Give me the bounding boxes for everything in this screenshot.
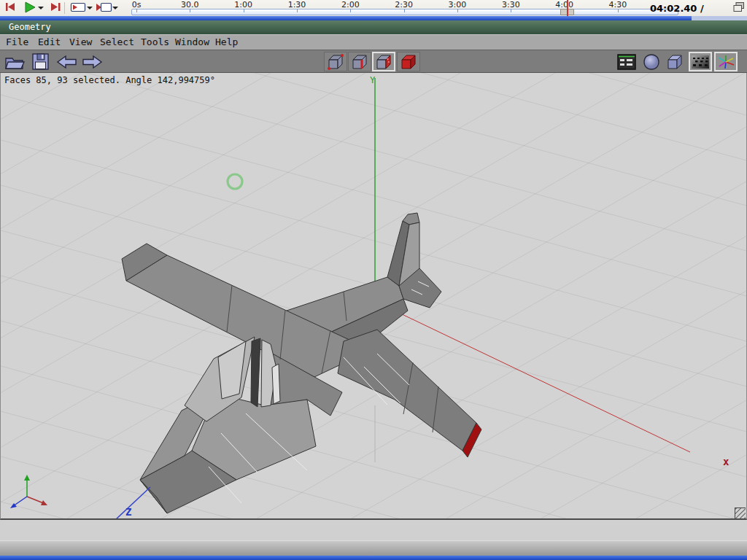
- airplane-face: [338, 330, 476, 451]
- face-mode-cube-icon: [374, 53, 393, 71]
- scene-canvas: YxZ: [1, 73, 746, 518]
- open-folder-icon: [4, 53, 26, 71]
- show-axes-toggle-button[interactable]: [714, 52, 738, 71]
- ruler-label: 4:30: [609, 0, 627, 9]
- edge-select-mode-button[interactable]: [348, 52, 371, 71]
- open-file-button[interactable]: [3, 52, 26, 71]
- play-icon: [23, 1, 36, 13]
- flat-shaded-cube-icon: [665, 53, 684, 71]
- bottom-window-edge: [0, 556, 747, 560]
- chevron-down-icon: [38, 6, 44, 10]
- set-out-point-button[interactable]: [96, 1, 113, 15]
- axes-icon: [716, 54, 735, 70]
- ground-plane-icon: [691, 54, 710, 70]
- selection-status-text: Faces 85, 93 selected. Angle 142,994759°: [4, 75, 215, 85]
- object-mode-cube-icon: [399, 53, 418, 71]
- go-to-end-button[interactable]: [50, 1, 61, 15]
- viewport-resize-handle[interactable]: [735, 508, 746, 518]
- ruler-label: 2:00: [341, 0, 360, 9]
- menu-item-select[interactable]: Select: [100, 35, 134, 50]
- arrow-left-icon: [56, 54, 78, 70]
- menu-bar: FileEditViewSelectToolsWindowHelp: [0, 34, 747, 50]
- ruler-label: 3:00: [449, 0, 467, 9]
- window-titlebar: Geometry: [0, 20, 747, 34]
- detach-window-icon[interactable]: [733, 1, 745, 13]
- clip-in-icon: [70, 1, 88, 13]
- chevron-down-icon: [87, 6, 93, 10]
- toolbar-separator: [64, 2, 65, 14]
- undo-back-button[interactable]: [55, 52, 79, 71]
- redo-forward-button[interactable]: [80, 52, 104, 71]
- arrow-right-icon: [81, 54, 103, 70]
- object-select-mode-button[interactable]: [397, 52, 420, 71]
- ruler-label: 2:30: [395, 0, 413, 9]
- timeline-track[interactable]: [131, 9, 678, 15]
- tripod-arrowhead: [24, 475, 30, 481]
- main-toolbar: [0, 50, 747, 73]
- vertex-select-mode-button[interactable]: [324, 52, 347, 71]
- go-to-start-button[interactable]: [4, 1, 16, 15]
- save-file-button[interactable]: [29, 52, 53, 71]
- menu-item-help[interactable]: Help: [215, 35, 238, 50]
- playhead-marker[interactable]: [567, 0, 568, 16]
- mouse-hints-status-bar: L: Accept M: Drag to Pan R: Cancel/resto…: [0, 540, 747, 556]
- clip-out-icon: [96, 1, 113, 13]
- axis-label-z: Z: [125, 506, 131, 518]
- timeline-bar: 0s30.01:001:302:002:303:003:304:004:30 0…: [0, 0, 747, 16]
- menu-item-file[interactable]: File: [6, 35, 28, 50]
- smooth-shading-button[interactable]: [640, 52, 663, 71]
- properties-panel-button[interactable]: [615, 52, 638, 71]
- properties-dialog-icon: [616, 53, 637, 71]
- ground-plane-toggle-button[interactable]: [689, 52, 712, 71]
- skip-to-end-icon: [50, 1, 61, 12]
- axis-label-x: x: [723, 456, 729, 467]
- chevron-down-icon: [112, 6, 119, 10]
- timeline-ruler[interactable]: 0s30.01:001:302:002:303:003:304:004:30: [124, 0, 686, 16]
- ruler-label: 1:30: [288, 0, 306, 9]
- ruler-label: 30.0: [181, 0, 199, 9]
- lower-gap: [0, 520, 747, 540]
- face-select-mode-button[interactable]: [372, 52, 395, 71]
- viewport-3d[interactable]: YxZ Faces 85, 93 selected. Angle 142,994…: [0, 73, 747, 520]
- tumble-rotation-ring: [228, 174, 242, 189]
- ruler-label: 1:00: [234, 0, 252, 9]
- menu-item-tools[interactable]: Tools: [141, 35, 169, 50]
- skip-to-start-icon: [4, 1, 16, 12]
- application-window: 0s30.01:001:302:002:303:003:304:004:30 0…: [0, 0, 747, 560]
- vertex-mode-cube-icon: [326, 53, 345, 71]
- smooth-shaded-cube-icon: [642, 53, 661, 71]
- menu-item-view[interactable]: View: [69, 35, 92, 50]
- airplane-face: [272, 364, 280, 404]
- edge-mode-cube-icon: [350, 53, 369, 71]
- ruler-label: 0s: [132, 0, 142, 9]
- airplane-face: [251, 338, 260, 407]
- set-in-point-button[interactable]: [70, 1, 88, 15]
- axis-label-y: Y: [370, 75, 376, 85]
- menu-item-window[interactable]: Window: [175, 35, 209, 50]
- ruler-label: 3:30: [502, 0, 520, 9]
- window-panes-icon: [733, 1, 745, 13]
- flat-shading-button[interactable]: [663, 52, 686, 71]
- floppy-disk-icon: [31, 52, 50, 71]
- play-button[interactable]: [23, 1, 36, 15]
- menu-item-edit[interactable]: Edit: [38, 35, 61, 50]
- window-title: Geometry: [9, 22, 51, 32]
